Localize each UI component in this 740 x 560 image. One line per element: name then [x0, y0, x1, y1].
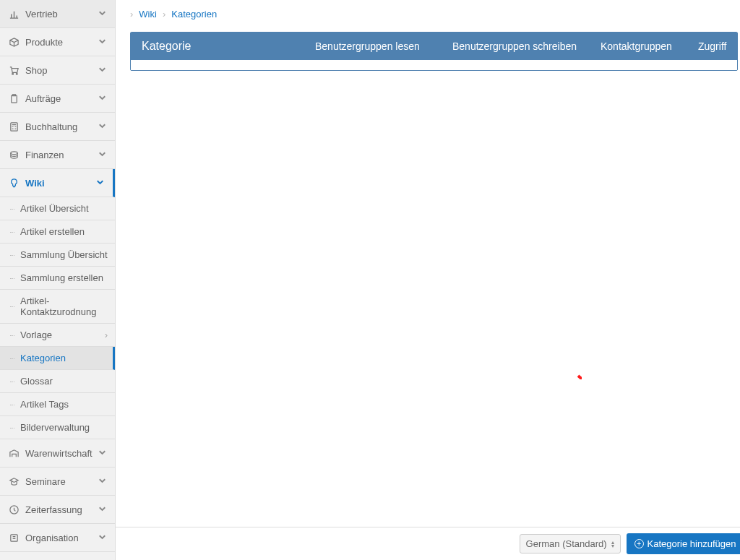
sort-icon: ▴▾: [611, 540, 614, 548]
sidebar-subitem-artikel-uebersicht[interactable]: Artikel Übersicht: [0, 197, 115, 220]
add-category-button[interactable]: + Kategorie hinzufügen: [627, 533, 740, 554]
chevron-down-icon: [97, 64, 108, 77]
sidebar-item-zeiterfassung[interactable]: Zeiterfassung: [0, 496, 115, 524]
svg-point-2: [10, 151, 17, 154]
graduation-icon: [7, 475, 20, 488]
sidebar-subitem-artikel-kontaktzuordnung[interactable]: Artikel-Kontaktzurodnung: [0, 290, 115, 324]
chevron-right-icon: ›: [130, 9, 133, 20]
footer-bar: German (Standard) ▴▾ + Kategorie hinzufü…: [116, 527, 740, 560]
cart-icon: [7, 64, 20, 77]
warehouse-icon: [7, 447, 20, 460]
sidebar-item-buchhaltung[interactable]: Buchhaltung: [0, 113, 115, 141]
sidebar-item-label: Wiki: [25, 178, 95, 189]
money-icon: [7, 148, 20, 161]
sidebar-subitem-artikel-erstellen[interactable]: Artikel erstellen: [0, 220, 115, 244]
sidebar-item-label: Buchhaltung: [25, 121, 97, 132]
org-icon: [7, 531, 20, 544]
svg-rect-4: [10, 534, 17, 540]
categories-table: Kategorie Benutzergruppen lesen Benutzer…: [130, 32, 738, 71]
chevron-down-icon: [97, 531, 108, 544]
clipboard-icon: [7, 92, 20, 105]
sidebar-item-label: Produkte: [25, 37, 97, 48]
table-body: [131, 60, 737, 70]
table-header-access: Zugriff: [694, 33, 730, 59]
sidebar-item-label: Finanzen: [25, 150, 97, 160]
table-header-read-groups: Benutzergruppen lesen: [311, 33, 449, 59]
lightbulb-icon: [7, 176, 20, 189]
sidebar-subitem-vorlage[interactable]: Vorlage: [0, 324, 115, 347]
sidebar-item-warenwirtschaft[interactable]: Warenwirtschaft: [0, 439, 115, 468]
breadcrumb-kategorien[interactable]: Kategorien: [171, 9, 217, 20]
sidebar-item-buchungen[interactable]: Buchungen: [0, 552, 115, 560]
sidebar-item-label: Shop: [25, 65, 97, 76]
sidebar-item-label: Warenwirtschaft: [25, 448, 97, 459]
sidebar-subitem-sammlung-erstellen[interactable]: Sammlung erstellen: [0, 267, 115, 290]
sidebar-subitem-bilderverwaltung[interactable]: Bilderverwaltung: [0, 416, 115, 439]
sidebar-wiki-submenu: Artikel Übersicht Artikel erstellen Samm…: [0, 197, 115, 439]
bar-chart-icon: [7, 7, 20, 20]
chevron-down-icon: [97, 475, 108, 488]
clock-icon: [7, 503, 20, 516]
chevron-down-icon: [97, 148, 108, 161]
chevron-down-icon: [97, 35, 108, 48]
sidebar-subitem-artikel-tags[interactable]: Artikel Tags: [0, 393, 115, 416]
breadcrumb: › Wiki › Kategorien: [116, 0, 740, 28]
plus-circle-icon: +: [634, 539, 644, 548]
sidebar-item-shop[interactable]: Shop: [0, 56, 115, 85]
chevron-right-icon: ›: [163, 9, 165, 20]
chevron-down-icon: [95, 176, 106, 189]
table-header-write-groups: Benutzergruppen schreiben: [449, 33, 597, 59]
calculator-icon: [7, 120, 20, 133]
chevron-down-icon: [97, 92, 108, 105]
sidebar-item-label: Aufträge: [25, 93, 97, 104]
sidebar-item-label: Vertrieb: [25, 9, 97, 20]
chevron-down-icon: [97, 503, 108, 516]
sidebar-item-vertrieb[interactable]: Vertrieb: [0, 0, 115, 28]
sidebar-item-produkte[interactable]: Produkte: [0, 28, 115, 56]
sidebar-item-label: Zeiterfassung: [25, 504, 97, 515]
language-label: German (Standard): [526, 538, 607, 549]
chevron-down-icon: [97, 120, 108, 133]
sidebar-item-organisation[interactable]: Organisation: [0, 524, 115, 552]
sidebar-item-label: Organisation: [25, 533, 97, 543]
table-header-row: Kategorie Benutzergruppen lesen Benutzer…: [131, 33, 737, 60]
cube-icon: [7, 35, 20, 48]
sidebar-subitem-glossar[interactable]: Glossar: [0, 370, 115, 393]
sidebar-item-label: Seminare: [25, 476, 97, 487]
sidebar-item-wiki[interactable]: Wiki: [0, 169, 115, 197]
sidebar-item-seminare[interactable]: Seminare: [0, 468, 115, 496]
main-content: › Wiki › Kategorien Kategorie Benutzergr…: [116, 0, 740, 560]
sidebar-subitem-kategorien[interactable]: Kategorien: [0, 347, 115, 370]
sidebar: Vertrieb Produkte Shop Aufträge: [0, 0, 116, 560]
table-header-contact-groups: Kontaktgruppen: [597, 33, 694, 59]
sidebar-item-auftraege[interactable]: Aufträge: [0, 85, 115, 113]
chevron-down-icon: [97, 447, 108, 460]
sidebar-item-finanzen[interactable]: Finanzen: [0, 141, 115, 169]
breadcrumb-wiki[interactable]: Wiki: [139, 9, 157, 20]
chevron-down-icon: [97, 7, 108, 20]
add-category-label: Kategorie hinzufügen: [648, 538, 736, 549]
table-header-category: Kategorie: [138, 33, 311, 60]
svg-rect-1: [10, 122, 17, 130]
sidebar-subitem-sammlung-uebersicht[interactable]: Sammlung Übersicht: [0, 244, 115, 267]
language-select[interactable]: German (Standard) ▴▾: [520, 534, 621, 553]
